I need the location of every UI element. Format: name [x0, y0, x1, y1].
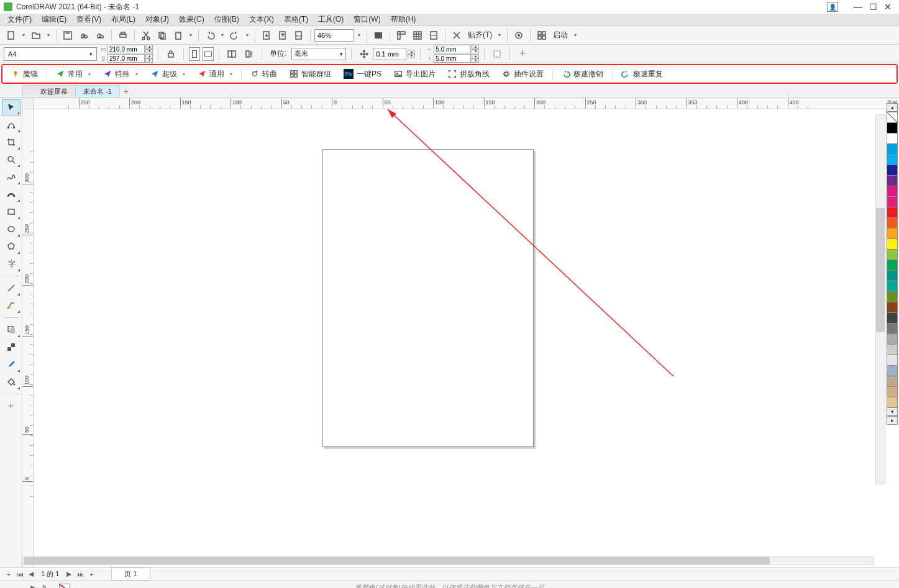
crop-tool[interactable] — [2, 134, 21, 150]
color-swatch[interactable] — [887, 397, 898, 408]
nudge-down[interactable]: ▾ — [408, 54, 415, 58]
plugin-zhinengqunzu[interactable]: 智能群组 — [285, 66, 336, 81]
treat-as-filled-button[interactable] — [490, 47, 504, 61]
copy-button[interactable] — [155, 28, 170, 43]
color-swatch[interactable] — [887, 165, 898, 176]
add-preset-button[interactable]: + — [515, 47, 530, 61]
eyedropper-tool[interactable] — [2, 356, 21, 373]
color-swatch[interactable] — [887, 154, 898, 165]
guides-button[interactable] — [426, 28, 441, 43]
vertical-scrollbar[interactable] — [875, 114, 885, 484]
pick-tool[interactable] — [2, 99, 21, 115]
palette-menu[interactable]: ▸ — [887, 416, 898, 425]
rulers-button[interactable] — [394, 28, 409, 43]
export-pdf-button[interactable]: PDF — [291, 28, 306, 43]
new-dropdown[interactable]: ▾ — [20, 32, 27, 38]
nudge-up[interactable]: ▴ — [408, 50, 415, 54]
menu-bitmap[interactable]: 位图(B) — [209, 13, 244, 26]
polygon-tool[interactable] — [2, 238, 21, 255]
ellipse-tool[interactable] — [2, 221, 21, 237]
snap-dropdown[interactable]: ▾ — [496, 32, 503, 38]
line-tool[interactable] — [2, 280, 21, 296]
import-button[interactable] — [259, 28, 274, 43]
docpalette-none-swatch[interactable] — [59, 584, 70, 589]
plugin-daochutupian[interactable]: 导出图片 — [389, 66, 440, 81]
color-swatch[interactable] — [887, 238, 898, 250]
plugin-jisuchongfu[interactable]: 极速重复 — [616, 66, 668, 81]
cut-button[interactable] — [139, 28, 153, 43]
page-tab-1[interactable]: 页 1 — [111, 568, 150, 581]
color-swatch[interactable] — [887, 260, 898, 271]
zoom-tool[interactable] — [2, 152, 21, 168]
color-swatch[interactable] — [887, 355, 898, 366]
fill-tool[interactable] — [2, 374, 21, 390]
open-button[interactable] — [29, 28, 43, 43]
color-swatch[interactable] — [887, 386, 898, 397]
page-add-button[interactable]: + — [4, 569, 14, 579]
color-swatch[interactable] — [887, 112, 898, 123]
page-next-button[interactable]: ▶ — [64, 569, 74, 579]
menu-layout[interactable]: 布局(L) — [106, 13, 140, 26]
height-up[interactable]: ▴ — [145, 54, 153, 58]
canvas[interactable]: 毫米25020015010050050100150200250300350400… — [22, 98, 899, 567]
ruler-corner[interactable] — [22, 98, 34, 109]
plugin-chaoji[interactable]: 超级▾ — [145, 66, 190, 81]
print-button[interactable] — [116, 28, 130, 43]
color-swatch[interactable] — [887, 175, 898, 186]
connector-tool[interactable] — [2, 297, 21, 314]
color-swatch[interactable] — [887, 207, 898, 218]
menu-object[interactable]: 对象(J) — [140, 13, 174, 26]
color-swatch[interactable] — [887, 302, 898, 313]
horizontal-scrollbar[interactable] — [22, 556, 874, 565]
width-up[interactable]: ▴ — [145, 45, 153, 49]
new-button[interactable] — [4, 28, 19, 43]
tab-doc1[interactable]: 未命名 -1 — [75, 85, 120, 97]
menu-file[interactable]: 文件(F) — [2, 13, 37, 26]
vscroll-thumb[interactable] — [876, 208, 885, 332]
color-swatch[interactable] — [887, 365, 898, 376]
all-pages-button[interactable] — [224, 47, 239, 61]
palette-scroll-down[interactable]: ▾ — [887, 407, 898, 416]
plugin-yijianps[interactable]: Ps一键PS — [339, 66, 386, 81]
plugin-teshu[interactable]: 特殊▾ — [98, 66, 143, 81]
current-page-button[interactable] — [242, 47, 257, 61]
paste-dropdown[interactable]: ▾ — [187, 32, 194, 38]
portrait-button[interactable] — [189, 47, 200, 61]
menu-view[interactable]: 查看(V) — [71, 13, 106, 26]
color-swatch[interactable] — [887, 122, 898, 133]
color-swatch[interactable] — [887, 228, 898, 239]
page-add2-button[interactable]: + — [86, 569, 96, 579]
drawing-area[interactable] — [34, 109, 899, 567]
cloud-down-button[interactable] — [93, 28, 107, 43]
plugin-zhuanqu[interactable]: 转曲 — [245, 66, 282, 81]
hscroll-thumb[interactable] — [24, 557, 770, 564]
dropshadow-tool[interactable] — [2, 322, 21, 338]
rectangle-tool[interactable] — [2, 204, 21, 220]
plugin-jisuchexiao[interactable]: 极速撤销 — [557, 66, 608, 81]
launch-dropdown[interactable]: ▾ — [572, 32, 579, 38]
plugin-mojing[interactable]: 魔镜 — [6, 66, 43, 81]
options-button[interactable] — [511, 28, 526, 43]
menu-effects[interactable]: 效果(C) — [174, 13, 209, 26]
plugin-tongyong[interactable]: 通用▾ — [193, 66, 237, 81]
menu-table[interactable]: 表格(T) — [279, 13, 313, 26]
freehand-tool[interactable] — [2, 169, 21, 185]
menu-edit[interactable]: 编辑(E) — [37, 13, 71, 26]
undo-button[interactable] — [203, 28, 217, 43]
user-account-icon[interactable]: 👤 — [827, 2, 838, 12]
snap-icon[interactable] — [449, 28, 464, 43]
width-down[interactable]: ▾ — [145, 49, 153, 53]
fullscreen-button[interactable] — [371, 28, 386, 43]
cloud-up-button[interactable] — [76, 28, 91, 43]
color-swatch[interactable] — [887, 333, 898, 345]
color-swatch[interactable] — [887, 291, 898, 302]
color-swatch[interactable] — [887, 249, 898, 260]
palette-scroll-up[interactable]: ▴ — [887, 103, 898, 112]
save-button[interactable] — [60, 28, 75, 43]
plugin-pinbanjiaoxian[interactable]: 拼版角线 — [443, 66, 495, 81]
page-width-input[interactable] — [107, 45, 145, 53]
transparency-tool[interactable] — [2, 339, 21, 355]
color-swatch[interactable] — [887, 376, 898, 387]
dupy-input[interactable] — [434, 54, 471, 63]
launch-icon[interactable] — [534, 28, 549, 43]
